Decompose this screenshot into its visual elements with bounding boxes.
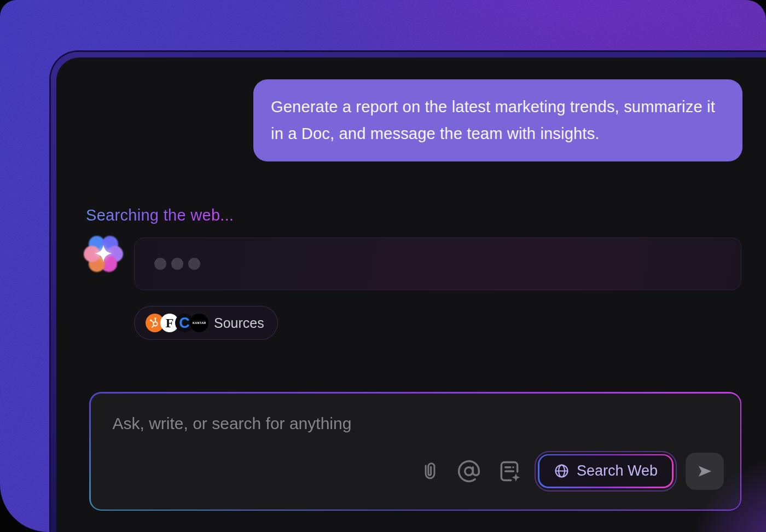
chat-window: Generate a report on the latest marketin… (56, 57, 766, 532)
user-message-bubble: Generate a report on the latest marketin… (253, 79, 742, 161)
composer: Search Web (91, 394, 740, 510)
search-web-label: Search Web (577, 462, 658, 479)
sparkle-diamond-icon (94, 243, 113, 264)
sources-chip-label: Sources (214, 315, 264, 331)
loading-dot (171, 258, 183, 270)
assistant-loading-card (134, 238, 741, 290)
sources-chip[interactable]: F C KANTAR Sources (134, 306, 278, 340)
forbes-letter: F (166, 316, 174, 331)
app-window-frame: Generate a report on the latest marketin… (51, 52, 766, 532)
search-web-button[interactable]: Search Web (538, 454, 673, 488)
globe-icon (554, 463, 570, 479)
loading-dot (188, 258, 200, 270)
at-sign-icon (457, 459, 481, 483)
status-text: Searching the web... (86, 206, 234, 224)
paperclip-icon (420, 460, 440, 482)
hubspot-sprocket-icon (149, 317, 161, 329)
ai-flower-icon (84, 234, 123, 273)
send-button[interactable] (686, 453, 724, 490)
doc-sparkle-icon (497, 459, 521, 483)
screenshot-root: Generate a report on the latest marketin… (0, 0, 766, 532)
send-icon (695, 462, 714, 481)
composer-actions: Search Web (420, 453, 723, 490)
composer-input[interactable] (91, 394, 740, 454)
attachment-button[interactable] (420, 460, 440, 482)
template-button[interactable] (497, 459, 521, 483)
kantar-favicon: KANTAR (190, 314, 208, 332)
loading-dot (154, 258, 166, 270)
c-letter: C (179, 315, 190, 332)
user-message-text: Generate a report on the latest marketin… (271, 94, 725, 147)
kantar-letter: KANTAR (193, 321, 206, 325)
search-web-focus-ring: Search Web (538, 454, 673, 488)
mention-button[interactable] (457, 459, 481, 483)
composer-container: Search Web (89, 392, 741, 511)
